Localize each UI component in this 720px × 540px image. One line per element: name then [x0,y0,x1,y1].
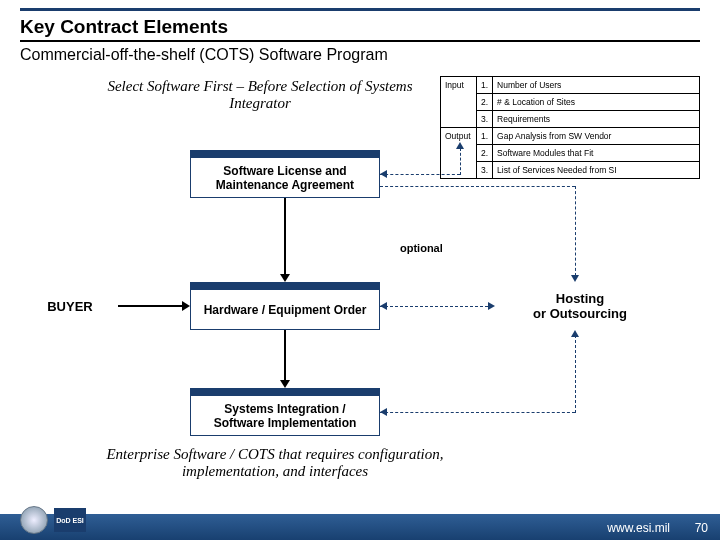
io-num: 2. [477,94,493,111]
box-label: Software License and Maintenance Agreeme… [199,164,371,192]
slide-title: Key Contract Elements [20,16,228,38]
io-text: Requirements [493,111,700,128]
arrow-head-icon [571,275,579,282]
esi-logo-icon: DoD ESI [54,508,86,532]
arrow-head-icon [456,142,464,149]
arrow-head-icon [380,408,387,416]
title-underline [20,40,700,42]
io-num: 3. [477,111,493,128]
io-num: 1. [477,77,493,94]
arrow-head-icon [571,330,579,337]
output-label: Output [441,128,477,179]
connector-si-host [575,335,576,413]
box-software-license: Software License and Maintenance Agreeme… [190,150,380,198]
arrow-head-icon [182,301,190,311]
io-text: Software Modules that Fit [493,145,700,162]
io-num: 2. [477,145,493,162]
arrow-head-icon [488,302,495,310]
connector-si-host [380,412,575,413]
lead-statement: Select Software First – Before Selection… [100,78,420,112]
arrow-head-icon [380,170,387,178]
title-top-rule [20,8,700,11]
footer-note: Enterprise Software / COTS that requires… [60,446,490,480]
box-systems-integration: Systems Integration / Software Implement… [190,388,380,436]
arrow-buyer-to-hw [118,305,182,307]
optional-label: optional [400,242,443,254]
footer-url: www.esi.mil [607,521,670,535]
arrow-sla-to-hw [284,198,286,276]
io-num: 1. [477,128,493,145]
box-label: Hosting or Outsourcing [533,291,627,321]
io-text: # & Location of Sites [493,94,700,111]
connector-sla-io [460,148,461,175]
footer-logos: DoD ESI [20,506,86,534]
arrow-head-icon [380,302,387,310]
connector-sla-host [380,186,575,187]
box-label: BUYER [47,299,93,314]
connector-sla-io [380,174,460,175]
arrow-head-icon [280,380,290,388]
io-text: Gap Analysis from SW Vendor [493,128,700,145]
io-text: Number of Users [493,77,700,94]
arrow-hw-to-si [284,330,286,382]
box-label: Systems Integration / Software Implement… [199,402,371,430]
io-text: List of Services Needed from SI [493,162,700,179]
input-label: Input [441,77,477,128]
box-label: Hardware / Equipment Order [204,303,367,317]
box-hosting: Hosting or Outsourcing [495,282,665,330]
arrow-head-icon [280,274,290,282]
dod-seal-icon [20,506,48,534]
io-num: 3. [477,162,493,179]
connector-hw-host [380,306,488,307]
box-hardware-order: Hardware / Equipment Order [190,282,380,330]
box-buyer: BUYER [25,282,115,330]
input-output-table: Input 1. Number of Users 2. # & Location… [440,76,700,179]
slide-subtitle: Commercial-off-the-shelf (COTS) Software… [20,46,388,64]
page-number: 70 [695,521,708,535]
connector-sla-host [575,186,576,276]
